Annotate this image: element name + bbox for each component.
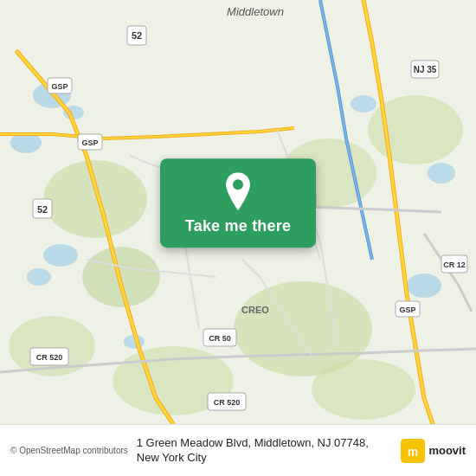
address-text: 1 Green Meadow Blvd, Middletown, NJ 0774…: [137, 436, 393, 466]
moovit-logo-icon: m: [401, 439, 425, 463]
svg-text:GSP: GSP: [399, 306, 415, 314]
svg-text:52: 52: [37, 204, 48, 215]
svg-point-15: [312, 359, 415, 420]
svg-point-5: [407, 273, 441, 298]
svg-text:CREO: CREO: [241, 305, 269, 315]
svg-text:CR 520: CR 520: [36, 353, 63, 362]
svg-text:NJ 35: NJ 35: [414, 65, 437, 74]
cta-label: Take me there: [185, 217, 291, 235]
osm-attribution: © OpenStreetMap contributors: [10, 446, 128, 455]
location-pin-icon: [222, 172, 254, 210]
svg-point-42: [233, 179, 243, 190]
svg-text:GSP: GSP: [51, 82, 68, 91]
svg-point-4: [428, 163, 455, 183]
svg-point-8: [351, 95, 376, 113]
cta-button[interactable]: Take me there: [160, 158, 316, 248]
svg-text:GSP: GSP: [81, 138, 98, 147]
svg-text:CR 520: CR 520: [214, 398, 241, 407]
map-area: 52 52 NJ 35 50 CR 50 CR 12 CR 520 CR 520: [0, 0, 476, 424]
moovit-logo: m moovit: [401, 439, 466, 463]
svg-point-7: [27, 268, 51, 286]
moovit-brand-text: moovit: [428, 444, 466, 457]
svg-text:CR 12: CR 12: [443, 261, 466, 269]
svg-text:CR 50: CR 50: [209, 334, 231, 343]
svg-text:m: m: [408, 444, 418, 458]
svg-point-6: [43, 244, 78, 267]
svg-text:Middletown: Middletown: [227, 5, 284, 18]
bottom-bar: © OpenStreetMap contributors 1 Green Mea…: [0, 424, 476, 476]
svg-point-10: [43, 160, 147, 238]
svg-text:52: 52: [132, 30, 142, 41]
